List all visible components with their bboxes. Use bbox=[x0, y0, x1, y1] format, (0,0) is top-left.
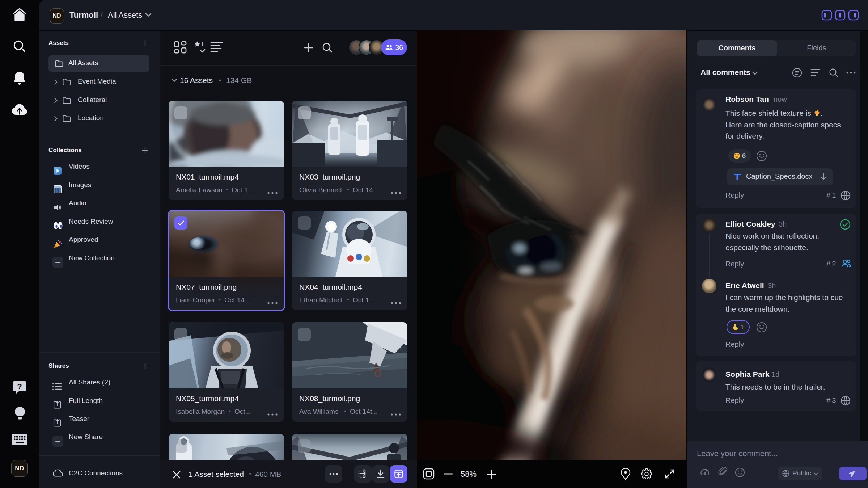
svg-text:T: T bbox=[201, 41, 205, 47]
svg-text:?: ? bbox=[17, 382, 22, 391]
